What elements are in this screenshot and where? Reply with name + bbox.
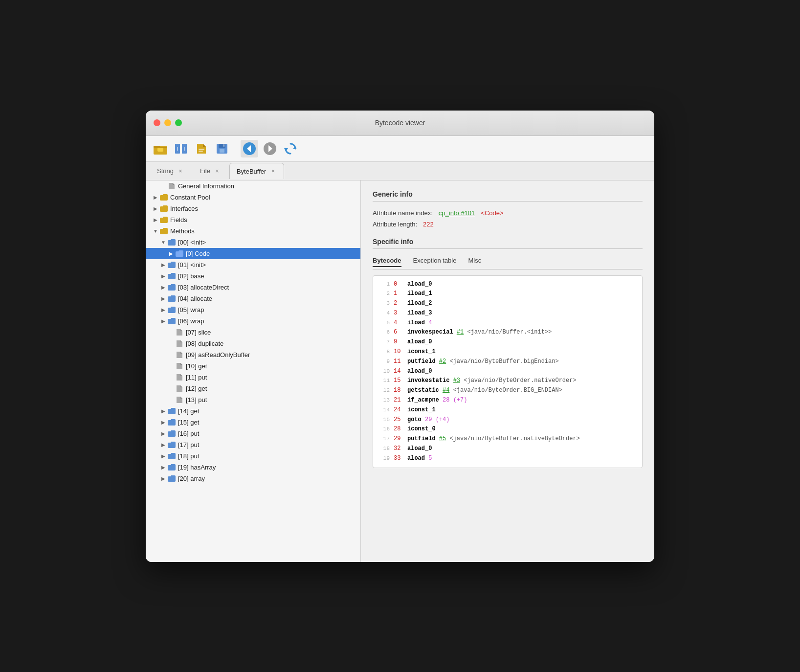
sidebar-item-method-05[interactable]: ▶ [05] wrap bbox=[146, 304, 360, 315]
tab-file[interactable]: File × bbox=[193, 163, 228, 179]
code-line: 43iload_3 bbox=[379, 309, 636, 318]
op-mnemonic: iload bbox=[407, 318, 425, 328]
code-line: 66invokespecial #1 <java/nio/Buffer.<ini… bbox=[379, 328, 636, 337]
sidebar-item-method-02[interactable]: ▶ [02] base bbox=[146, 270, 360, 282]
sidebar-item-method-11[interactable]: [11] put bbox=[146, 372, 360, 383]
attr-length-row: Attribute length: 222 bbox=[373, 221, 643, 228]
open-jar-button[interactable] bbox=[152, 140, 169, 157]
sidebar-label-method-00: [00] <init> bbox=[178, 239, 206, 246]
tab-file-close[interactable]: × bbox=[213, 167, 221, 175]
sidebar-label-fields: Fields bbox=[170, 216, 187, 224]
specific-info-title: Specific info bbox=[373, 238, 643, 246]
sidebar-label-method-19: [19] hasArray bbox=[178, 464, 216, 471]
sidebar-item-method-06[interactable]: ▶ [06] wrap bbox=[146, 315, 360, 327]
folder-icon-fields bbox=[159, 216, 168, 223]
op-number: 18 bbox=[394, 386, 407, 396]
folder-icon-method-04 bbox=[167, 295, 176, 302]
sidebar-item-fields[interactable]: ▶ Fields bbox=[146, 214, 360, 225]
line-number: 18 bbox=[379, 444, 390, 453]
sidebar-item-method-01[interactable]: ▶ [01] <init> bbox=[146, 259, 360, 270]
sidebar-item-method-19[interactable]: ▶ [19] hasArray bbox=[146, 462, 360, 473]
tab-bytebuffer[interactable]: ByteBuffer × bbox=[229, 163, 284, 179]
op-number: 24 bbox=[394, 405, 407, 415]
folder-icon-method-16 bbox=[167, 430, 176, 437]
forward-button[interactable] bbox=[261, 140, 279, 157]
code-line: 54iload 4 bbox=[379, 318, 636, 328]
folder-icon-constpool bbox=[159, 194, 168, 201]
bytecode-code-box[interactable]: 10aload_021iload_132iload_243iload_354il… bbox=[373, 275, 643, 468]
sidebar-item-method-20[interactable]: ▶ [20] array bbox=[146, 473, 360, 484]
tab-string-close[interactable]: × bbox=[177, 167, 184, 175]
sidebar-label-interfaces: Interfaces bbox=[170, 205, 198, 212]
sidebar-label-method-20: [20] array bbox=[178, 475, 205, 482]
sidebar-item-methods[interactable]: ▼ Methods bbox=[146, 225, 360, 237]
sidebar-label-method-02: [02] base bbox=[178, 272, 204, 280]
sidebar-item-method-07[interactable]: [07] slice bbox=[146, 327, 360, 338]
sidebar-item-method-18[interactable]: ▶ [18] put bbox=[146, 450, 360, 462]
op-number: 1 bbox=[394, 289, 407, 299]
folder-icon-method-15 bbox=[167, 419, 176, 426]
sidebar-item-method-03[interactable]: ▶ [03] allocateDirect bbox=[146, 282, 360, 293]
sidebar-item-method-14[interactable]: ▶ [14] get bbox=[146, 405, 360, 417]
op-mnemonic: iconst_1 bbox=[407, 347, 436, 357]
code-line: 1729putfield #5 <java/nio/ByteBuffer.nat… bbox=[379, 434, 636, 444]
titlebar: Bytecode viewer bbox=[146, 111, 654, 136]
sidebar-item-constant-pool[interactable]: ▶ Constant Pool bbox=[146, 192, 360, 203]
toolbar bbox=[146, 136, 654, 162]
back-button[interactable] bbox=[241, 140, 258, 157]
sidebar-item-method-09[interactable]: [09] asReadOnlyBuffer bbox=[146, 349, 360, 360]
line-number: 8 bbox=[379, 347, 390, 356]
tab-bytecode[interactable]: Bytecode bbox=[373, 257, 401, 267]
sidebar-label-method-09: [09] asReadOnlyBuffer bbox=[186, 351, 250, 358]
sidebar-item-method-10[interactable]: [10] get bbox=[146, 360, 360, 372]
tab-bytebuffer-close[interactable]: × bbox=[269, 167, 277, 175]
folder-icon-method-17 bbox=[167, 441, 176, 448]
sidebar-item-code[interactable]: ▶ [0] Code bbox=[146, 248, 360, 259]
tree-arrow-method-16: ▶ bbox=[159, 431, 167, 436]
line-number: 4 bbox=[379, 309, 390, 317]
sidebar-item-interfaces[interactable]: ▶ Interfaces bbox=[146, 203, 360, 214]
op-number: 32 bbox=[394, 444, 407, 454]
specific-info-divider bbox=[373, 248, 643, 249]
op-number: 4 bbox=[394, 318, 407, 328]
sidebar-item-method-16[interactable]: ▶ [16] put bbox=[146, 428, 360, 439]
op-number: 10 bbox=[394, 347, 407, 357]
sidebar-label-method-06: [06] wrap bbox=[178, 317, 204, 325]
op-mnemonic: if_acmpne bbox=[407, 396, 439, 405]
code-line: 1525goto 29 (+4) bbox=[379, 415, 636, 425]
tab-exception-table[interactable]: Exception table bbox=[413, 257, 457, 267]
tab-misc[interactable]: Misc bbox=[468, 257, 481, 267]
op-number: 25 bbox=[394, 415, 407, 425]
sidebar-item-method-08[interactable]: [08] duplicate bbox=[146, 338, 360, 349]
open-class-button[interactable] bbox=[172, 140, 190, 157]
code-line: 1832aload_0 bbox=[379, 444, 636, 454]
tab-string[interactable]: String × bbox=[150, 163, 192, 179]
attr-name-value-red: <Code> bbox=[481, 209, 503, 217]
sidebar-item-general-info[interactable]: General Information bbox=[146, 180, 360, 192]
sidebar-label-method-08: [08] duplicate bbox=[186, 340, 223, 347]
op-offset: 29 bbox=[425, 415, 432, 425]
sidebar-label-method-16: [16] put bbox=[178, 430, 199, 437]
sidebar-item-method-17[interactable]: ▶ [17] put bbox=[146, 439, 360, 450]
maximize-button[interactable] bbox=[175, 119, 182, 126]
svg-marker-16 bbox=[293, 146, 297, 149]
code-line: 810iconst_1 bbox=[379, 347, 636, 357]
close-button[interactable] bbox=[154, 119, 160, 126]
sidebar-item-method-13[interactable]: [13] put bbox=[146, 394, 360, 405]
refresh-button[interactable] bbox=[282, 140, 299, 157]
sidebar-label-method-17: [17] put bbox=[178, 441, 199, 448]
sidebar-label-method-13: [13] put bbox=[186, 396, 207, 403]
sidebar-item-method-04[interactable]: ▶ [04] allocate bbox=[146, 293, 360, 304]
op-literal: (+4) bbox=[436, 415, 450, 425]
save-button[interactable] bbox=[213, 140, 231, 157]
sidebar-label-method-04: [04] allocate bbox=[178, 295, 212, 302]
tree-arrow-code: ▶ bbox=[167, 251, 175, 256]
sidebar-item-method-15[interactable]: ▶ [15] get bbox=[146, 417, 360, 428]
minimize-button[interactable] bbox=[164, 119, 171, 126]
line-number: 15 bbox=[379, 415, 390, 424]
open-file-button[interactable] bbox=[193, 140, 210, 157]
line-number: 11 bbox=[379, 376, 390, 385]
sidebar-item-method-12[interactable]: [12] get bbox=[146, 383, 360, 394]
content-panel: Generic info Attribute name index: cp_in… bbox=[361, 180, 654, 562]
sidebar-item-method-00[interactable]: ▼ [00] <init> bbox=[146, 237, 360, 248]
